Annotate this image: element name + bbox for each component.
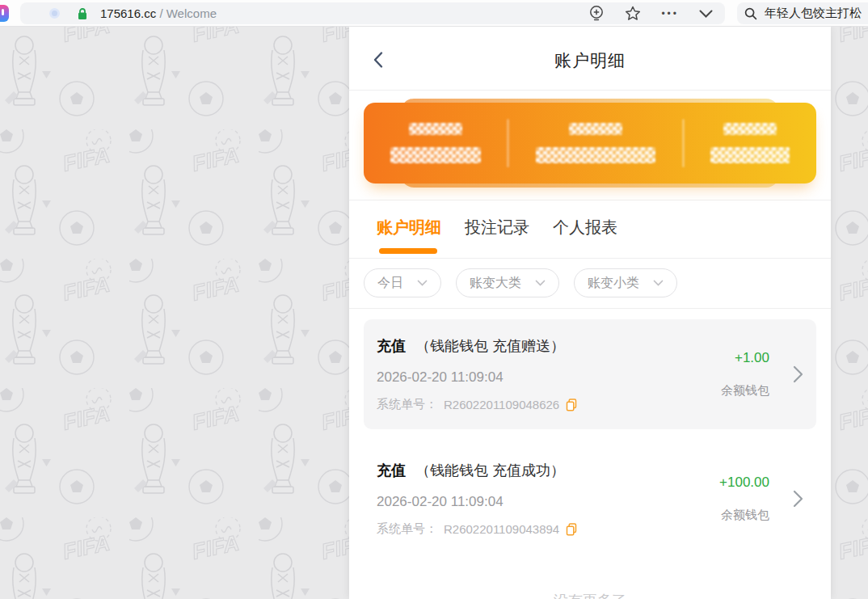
transaction-time: 2026-02-20 11:09:04 (377, 494, 690, 510)
active-tab-underline (379, 248, 437, 254)
chevron-down-icon (417, 280, 428, 286)
summary-divider (507, 119, 509, 167)
browser-logo-icon[interactable] (0, 5, 9, 22)
copy-icon[interactable] (566, 399, 577, 411)
tab-personal-report[interactable]: 个人报表 (553, 217, 617, 238)
chevron-down-icon (653, 280, 664, 286)
lock-icon[interactable] (77, 7, 88, 20)
filter-date-dropdown[interactable]: 今日 (364, 268, 441, 297)
filter-date-label: 今日 (377, 275, 403, 292)
order-label: 系统单号： (377, 521, 437, 537)
tab-bet-records[interactable]: 投注记录 (465, 217, 529, 238)
balance-summary-card[interactable] (364, 103, 816, 183)
url-path: / Welcome (156, 6, 217, 20)
transaction-title: 充值（钱能钱包 充值赠送） (377, 336, 690, 356)
tab-account-detail[interactable]: 账户明细 (377, 217, 441, 238)
transaction-detail: （钱能钱包 充值成功） (415, 462, 565, 479)
browser-toolbar: 175616.cc / Welcome ••• 年轻人包饺主打松 (0, 0, 868, 27)
transaction-order-row: 系统单号：R2602201109043894 (377, 521, 690, 537)
summary-column-1 (390, 123, 481, 163)
redacted-value (536, 147, 655, 163)
site-permission-icon[interactable] (49, 8, 60, 19)
transaction-list: 充值（钱能钱包 充值赠送） 2026-02-20 11:09:04 系统单号：R… (349, 309, 831, 599)
search-box[interactable]: 年轻人包饺主打松 (737, 2, 868, 24)
url-host: 175616.cc (100, 6, 156, 20)
filters-bar: 今日 账变大类 账变小类 (349, 259, 831, 309)
no-more-text: 没有更多了 (364, 568, 816, 599)
transaction-time: 2026-02-20 11:09:04 (377, 369, 690, 386)
transaction-amount: +100.00 (719, 475, 769, 491)
chevron-down-icon (535, 280, 546, 286)
summary-column-2 (536, 123, 655, 163)
order-number: R2602201109043894 (444, 522, 559, 536)
url-text: 175616.cc / Welcome (100, 6, 217, 20)
tip-lightbulb-icon[interactable] (588, 5, 605, 23)
redacted-label (723, 123, 777, 135)
order-label: 系统单号： (377, 397, 437, 412)
order-number: R2602201109048626 (444, 398, 559, 411)
account-detail-panel: 账户明细 账 (349, 27, 831, 599)
filter-minor-type-label: 账变小类 (588, 275, 639, 292)
address-bar[interactable]: 175616.cc / Welcome ••• (20, 2, 725, 24)
transaction-wallet: 余额钱包 (721, 508, 769, 523)
transaction-row[interactable]: 充值（钱能钱包 充值赠送） 2026-02-20 11:09:04 系统单号：R… (364, 319, 816, 429)
chevron-right-icon[interactable] (793, 490, 803, 508)
more-menu-icon[interactable]: ••• (661, 9, 679, 19)
copy-icon[interactable] (566, 523, 577, 536)
transaction-wallet: 余额钱包 (721, 383, 769, 399)
filter-major-type-dropdown[interactable]: 账变大类 (456, 268, 559, 297)
summary-divider (682, 119, 685, 167)
bookmark-star-icon[interactable] (625, 6, 641, 21)
page-title: 账户明细 (349, 49, 831, 72)
filter-major-type-label: 账变大类 (470, 275, 521, 292)
tabs-bar: 账户明细 投注记录 个人报表 (349, 200, 831, 259)
search-suggestion-text: 年轻人包饺主打松 (765, 6, 862, 21)
transaction-title: 充值（钱能钱包 充值成功） (377, 461, 690, 480)
transaction-type: 充值 (377, 338, 406, 354)
redacted-value (710, 147, 790, 163)
redacted-value (390, 147, 481, 163)
transaction-type: 充值 (377, 462, 406, 479)
toolbar-actions: ••• (588, 5, 725, 23)
filter-minor-type-dropdown[interactable]: 账变小类 (574, 268, 677, 297)
transaction-detail: （钱能钱包 充值赠送） (415, 338, 565, 354)
chevron-right-icon[interactable] (793, 365, 803, 383)
transaction-order-row: 系统单号：R2602201109048626 (377, 397, 690, 412)
toolbar-chevron-down-icon[interactable] (699, 10, 713, 18)
balance-summary-section (349, 91, 831, 200)
search-icon (744, 7, 757, 20)
transaction-row[interactable]: 充值（钱能钱包 充值成功） 2026-02-20 11:09:04 系统单号：R… (364, 444, 816, 554)
page-header: 账户明细 (349, 27, 831, 91)
redacted-label (569, 123, 622, 135)
summary-column-3 (710, 123, 790, 163)
transaction-amount: +1.00 (735, 350, 769, 366)
redacted-label (409, 123, 462, 135)
